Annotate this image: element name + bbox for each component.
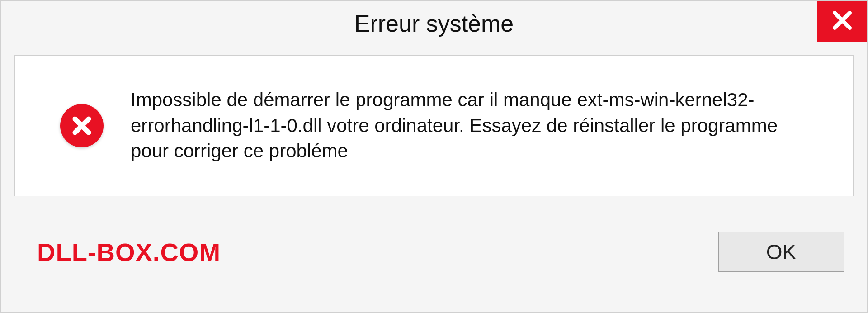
close-button[interactable] [817, 1, 867, 42]
ok-button[interactable]: OK [718, 232, 844, 272]
close-icon [831, 9, 854, 33]
error-icon [60, 104, 104, 147]
dialog-title: Erreur système [354, 10, 514, 37]
error-message: Impossible de démarrer le programme car … [131, 87, 809, 164]
error-dialog: Erreur système Impossible de démarrer le… [0, 0, 868, 313]
dialog-footer: DLL-BOX.COM OK [1, 205, 867, 312]
titlebar: Erreur système [1, 1, 867, 46]
content-panel: Impossible de démarrer le programme car … [14, 55, 854, 196]
watermark-text: DLL-BOX.COM [37, 237, 221, 267]
